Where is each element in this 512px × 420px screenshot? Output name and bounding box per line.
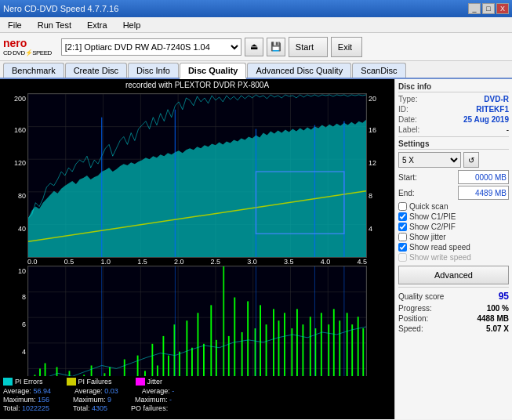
title-bar-controls: _ □ X bbox=[468, 3, 509, 14]
disc-type-label: Type: bbox=[398, 95, 417, 103]
legend-area: PI Errors PI Failures Jitter Average: 56… bbox=[0, 376, 394, 419]
tab-create-disc[interactable]: Create Disc bbox=[65, 63, 127, 78]
svg-rect-72 bbox=[223, 266, 224, 394]
pi-errors-total: 1022225 bbox=[22, 404, 49, 412]
position-value: 4488 MB bbox=[477, 314, 509, 323]
menu-file[interactable]: File bbox=[3, 19, 27, 31]
jitter-color bbox=[136, 378, 145, 386]
speed-val-row: Speed: 5.07 X bbox=[398, 324, 509, 333]
show-c1-row: Show C1/PIE bbox=[398, 212, 509, 221]
start-row: Start: bbox=[398, 170, 509, 184]
y-right-8: 8 bbox=[369, 192, 372, 200]
end-label: End: bbox=[398, 189, 415, 197]
po-failures-row: PO failures: bbox=[131, 404, 168, 412]
save-icon[interactable]: 💾 bbox=[267, 38, 285, 56]
pi-errors-legend: PI Errors bbox=[3, 378, 43, 386]
speed-row: 5 X 1 X 2 X 4 X 8 X Max ↺ bbox=[398, 152, 509, 168]
jitter-label: Jitter bbox=[147, 378, 163, 386]
exit-button[interactable]: Exit bbox=[331, 37, 362, 57]
show-c2-label: Show C2/PIF bbox=[409, 223, 456, 231]
pi-failures-avg-row: Average: 0.03 bbox=[74, 387, 118, 395]
show-read-speed-label: Show read speed bbox=[409, 243, 470, 252]
maximize-button[interactable]: □ bbox=[482, 3, 495, 14]
menu-extra[interactable]: Extra bbox=[82, 19, 112, 31]
show-read-speed-row: Show read speed bbox=[398, 243, 509, 252]
tab-benchmark[interactable]: Benchmark bbox=[3, 63, 64, 78]
y-top-120: 120 bbox=[14, 159, 26, 167]
menu-bar: File Run Test Extra Help bbox=[0, 17, 512, 33]
pi-failures-max: 9 bbox=[107, 396, 111, 404]
disc-date-value: 25 Aug 2019 bbox=[463, 115, 509, 124]
disc-info-title: Disc info bbox=[398, 82, 509, 92]
jitter-max-row: Maximum: - bbox=[135, 396, 172, 404]
chart-title: recorded with PLEXTOR DVDR PX-800A bbox=[125, 81, 269, 89]
disc-type-row: Type: DVD-R bbox=[398, 95, 509, 103]
quick-scan-checkbox[interactable] bbox=[398, 202, 407, 211]
menu-run-test[interactable]: Run Test bbox=[33, 19, 76, 31]
position-label: Position: bbox=[398, 314, 428, 323]
main-content: recorded with PLEXTOR DVDR PX-800A 200 1… bbox=[0, 79, 512, 419]
show-c1-checkbox[interactable] bbox=[398, 212, 407, 221]
show-jitter-checkbox[interactable] bbox=[398, 233, 407, 241]
start-input[interactable] bbox=[458, 170, 509, 184]
tab-disc-quality[interactable]: Disc Quality bbox=[180, 63, 247, 79]
nero-logo: nero CD·DVD⚡SPEED bbox=[3, 37, 52, 56]
pi-errors-total-row: Total: 1022225 bbox=[3, 404, 49, 412]
show-jitter-row: Show jitter bbox=[398, 233, 509, 241]
quick-scan-label: Quick scan bbox=[409, 202, 448, 211]
divider-1 bbox=[398, 136, 509, 137]
minimize-button[interactable]: _ bbox=[468, 3, 481, 14]
title-bar-title: Nero CD-DVD Speed 4.7.7.16 bbox=[3, 4, 118, 13]
show-jitter-label: Show jitter bbox=[409, 233, 446, 241]
y-right-16: 16 bbox=[369, 126, 376, 134]
show-write-speed-row: Show write speed bbox=[398, 253, 509, 262]
pi-failures-max-row: Maximum: 9 bbox=[73, 396, 111, 404]
settings-title: Settings bbox=[398, 139, 509, 150]
disc-label-row: Label: - bbox=[398, 125, 509, 134]
speed-selector[interactable]: 5 X 1 X 2 X 4 X 8 X Max bbox=[398, 152, 461, 168]
disc-date-row: Date: 25 Aug 2019 bbox=[398, 115, 509, 124]
title-bar: Nero CD-DVD Speed 4.7.7.16 _ □ X bbox=[0, 0, 512, 17]
disc-date-label: Date: bbox=[398, 115, 417, 124]
divider-2 bbox=[398, 287, 509, 288]
show-write-speed-checkbox bbox=[398, 253, 407, 262]
tab-advanced-disc-quality[interactable]: Advanced Disc Quality bbox=[247, 63, 351, 78]
start-button[interactable]: Start bbox=[289, 37, 328, 57]
end-row: End: bbox=[398, 186, 509, 200]
refresh-button[interactable]: ↺ bbox=[463, 152, 479, 168]
show-read-speed-checkbox[interactable] bbox=[398, 243, 407, 252]
quality-score-label: Quality score bbox=[398, 292, 444, 301]
disc-id-label: ID: bbox=[398, 105, 409, 114]
y-axis-top-left: 200 160 120 80 40 bbox=[0, 93, 27, 258]
disc-id-row: ID: RITEKF1 bbox=[398, 105, 509, 114]
pi-failures-color bbox=[67, 378, 76, 386]
disc-type-value: DVD-R bbox=[484, 95, 509, 103]
quality-score-value: 95 bbox=[499, 291, 509, 302]
menu-help[interactable]: Help bbox=[118, 19, 146, 31]
y-bot-4: 4 bbox=[22, 348, 26, 356]
nero-logo-top: nero bbox=[3, 37, 52, 49]
disc-label-value: - bbox=[507, 125, 509, 134]
speed-val-label: Speed: bbox=[398, 324, 423, 333]
jitter-avg: - bbox=[172, 387, 174, 395]
pi-errors-max: 156 bbox=[38, 396, 49, 404]
pi-failures-label: PI Failures bbox=[78, 378, 112, 386]
right-panel: Disc info Type: DVD-R ID: RITEKF1 Date: … bbox=[394, 79, 512, 419]
end-input[interactable] bbox=[458, 186, 509, 200]
advanced-button[interactable]: Advanced bbox=[398, 266, 509, 284]
app-title: Nero CD-DVD Speed 4.7.7.16 bbox=[3, 4, 118, 13]
nero-logo-bottom: CD·DVD⚡SPEED bbox=[3, 49, 52, 56]
position-row: Position: 4488 MB bbox=[398, 314, 509, 323]
toolbar: nero CD·DVD⚡SPEED [2:1] Optiarc DVD RW A… bbox=[0, 33, 512, 61]
jitter-legend: Jitter bbox=[136, 378, 163, 386]
pi-errors-avg: 56.94 bbox=[33, 387, 51, 395]
drive-selector[interactable]: [2:1] Optiarc DVD RW AD-7240S 1.04 bbox=[61, 38, 241, 56]
speed-val-value: 5.07 X bbox=[486, 324, 509, 333]
eject-icon[interactable]: ⏏ bbox=[245, 38, 263, 56]
y-right-20: 20 bbox=[369, 95, 376, 103]
close-button[interactable]: X bbox=[496, 3, 509, 14]
tab-disc-info[interactable]: Disc Info bbox=[128, 63, 179, 78]
show-c2-checkbox[interactable] bbox=[398, 223, 407, 231]
tab-scan-disc[interactable]: ScanDisc bbox=[352, 63, 405, 78]
pi-errors-color bbox=[3, 378, 13, 386]
